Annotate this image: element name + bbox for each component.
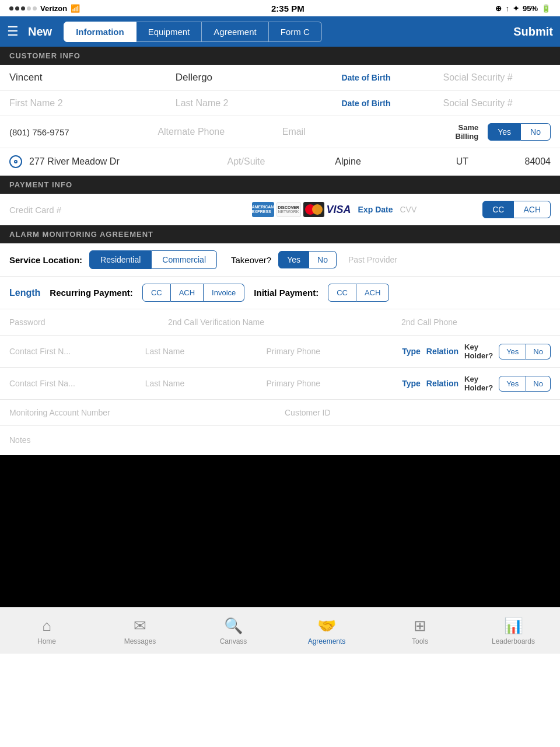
ach-button[interactable]: ACH (514, 201, 551, 218)
payment-method-toggle: CC ACH (482, 201, 551, 218)
nav-messages[interactable]: ✉ Messages (117, 617, 163, 645)
apt-field[interactable]: Apt/Suite (228, 156, 331, 167)
phone-field[interactable]: (801) 756-9757 (9, 127, 153, 137)
cvv-field[interactable]: CVV (400, 205, 417, 214)
visa-icon: VISA (327, 204, 351, 216)
second-call-phone-field[interactable]: 2nd Call Phone (401, 317, 551, 327)
initial-cc-button[interactable]: CC (328, 284, 356, 302)
contact1-no-button[interactable]: No (526, 344, 551, 359)
payment-options-row: Length Recurring Payment: CC ACH Invoice… (0, 277, 560, 309)
tab-information[interactable]: Information (64, 22, 136, 42)
dot5 (33, 6, 37, 11)
first-name2-field[interactable]: First Name 2 (9, 98, 171, 109)
service-location-label: Service Location: (9, 255, 82, 265)
service-location-row: Service Location: Residential Commercial… (0, 243, 560, 277)
wifi-icon: 📶 (71, 4, 80, 13)
commercial-button[interactable]: Commercial (152, 250, 217, 269)
state-field[interactable]: UT (443, 156, 481, 167)
same-billing-label: SameBilling (407, 123, 478, 141)
ssn2-field[interactable]: Social Security # (443, 98, 551, 109)
status-time: 2:35 PM (271, 4, 304, 13)
contact2-first-field[interactable]: Contact First Na... (9, 379, 139, 388)
contact1-phone-field[interactable]: Primary Phone (267, 347, 397, 356)
address-row: 277 River Meadow Dr Apt/Suite Alpine UT … (0, 148, 560, 176)
contact2-keyholder-label: Key Holder? (464, 375, 493, 392)
nav-leaderboards[interactable]: 📊 Leaderboards (490, 617, 537, 645)
contact2-relation-label: Relation (426, 379, 459, 388)
contact2-no-button[interactable]: No (526, 376, 551, 392)
contact2-phone-field[interactable]: Primary Phone (267, 379, 397, 388)
takeover-no-button[interactable]: No (309, 251, 337, 268)
contact2-last-field[interactable]: Last Name (145, 379, 261, 388)
credit-card-field[interactable]: Credit Card # (9, 205, 245, 215)
customer-name2-row: First Name 2 Last Name 2 Date of Birth S… (0, 91, 560, 116)
discover-icon: DISCOVER NETWORK (276, 202, 301, 217)
customer-name-row: Vincent Dellergo Date of Birth Social Se… (0, 65, 560, 91)
residential-button[interactable]: Residential (89, 250, 152, 269)
service-location-toggle: Residential Commercial (89, 250, 217, 269)
contact2-yes-button[interactable]: Yes (499, 376, 526, 392)
length-label[interactable]: Length (9, 288, 40, 298)
nav-bar: ☰ New Information Equipment Agreement Fo… (0, 16, 560, 47)
location-icon: ⊕ (495, 4, 502, 13)
messages-label: Messages (124, 637, 156, 645)
agreements-icon: 🤝 (317, 617, 336, 635)
password-row: Password 2nd Call Verification Name 2nd … (0, 309, 560, 336)
dob-label: Date of Birth (341, 73, 438, 82)
canvass-icon: 🔍 (224, 617, 243, 635)
takeover-yes-button[interactable]: Yes (278, 251, 309, 268)
past-provider-field[interactable]: Past Provider (348, 255, 397, 264)
battery-icon: 🔋 (541, 4, 551, 13)
city-field[interactable]: Alpine (335, 156, 438, 167)
nav-agreements[interactable]: 🤝 Agreements (303, 617, 350, 645)
contact1-yes-button[interactable]: Yes (499, 344, 526, 359)
customer-id-field[interactable]: Customer ID (285, 408, 551, 417)
notes-row: Notes (0, 426, 560, 455)
location-icon (9, 155, 22, 168)
dob2-label: Date of Birth (341, 99, 438, 108)
initial-ach-button[interactable]: ACH (356, 284, 389, 302)
first-name-field[interactable]: Vincent (9, 72, 171, 83)
same-billing-yes[interactable]: Yes (488, 123, 521, 141)
tab-agreement[interactable]: Agreement (202, 22, 268, 42)
tools-label: Tools (412, 637, 428, 645)
cc-button[interactable]: CC (482, 201, 514, 218)
customer-info-header: CUSTOMER INFO (0, 47, 560, 65)
nav-canvass[interactable]: 🔍 Canvass (210, 617, 257, 645)
alarm-monitoring-header: ALARM MONITORING AGREEMENT (0, 225, 560, 243)
last-name-field[interactable]: Dellergo (176, 72, 337, 83)
second-call-name-field[interactable]: 2nd Call Verification Name (168, 317, 392, 327)
recurring-invoice-button[interactable]: Invoice (204, 284, 244, 302)
initial-payment-toggle: CC ACH (328, 284, 389, 302)
payment-info-section: Credit Card # AMERICANEXPRESS DISCOVER N… (0, 194, 560, 225)
nav-home[interactable]: ⌂ Home (23, 617, 70, 645)
dot3 (21, 6, 25, 11)
same-billing-no[interactable]: No (521, 123, 551, 141)
contact1-first-field[interactable]: Contact First N... (9, 347, 139, 356)
email-field[interactable]: Email (282, 127, 402, 137)
recurring-ach-button[interactable]: ACH (171, 284, 204, 302)
password-field[interactable]: Password (9, 317, 159, 327)
tab-formc[interactable]: Form C (269, 22, 322, 42)
contact1-last-field[interactable]: Last Name (145, 347, 261, 356)
nav-title: New (28, 25, 52, 39)
bottom-black-area (0, 455, 560, 607)
zip-field[interactable]: 84004 (487, 156, 551, 167)
monitoring-account-field[interactable]: Monitoring Account Number (9, 408, 275, 417)
alt-phone-field[interactable]: Alternate Phone (158, 127, 277, 137)
arrow-icon: ↑ (505, 4, 509, 13)
tab-equipment[interactable]: Equipment (136, 22, 202, 42)
payment-row: Credit Card # AMERICANEXPRESS DISCOVER N… (0, 194, 560, 225)
recurring-cc-button[interactable]: CC (142, 284, 171, 302)
nav-tools[interactable]: ⊞ Tools (397, 617, 443, 645)
hamburger-menu[interactable]: ☰ (7, 24, 19, 39)
status-right: ⊕ ↑ ✦ 95% 🔋 (495, 4, 551, 13)
address-field[interactable]: 277 River Meadow Dr (29, 156, 223, 167)
leaderboards-icon: 📊 (504, 617, 523, 635)
ssn-field[interactable]: Social Security # (443, 72, 551, 83)
notes-field[interactable]: Notes (9, 435, 31, 445)
last-name2-field[interactable]: Last Name 2 (176, 98, 337, 109)
submit-button[interactable]: Submit (513, 25, 553, 39)
dot1 (9, 6, 13, 11)
card-icons: AMERICANEXPRESS DISCOVER NETWORK VISA (252, 202, 351, 217)
